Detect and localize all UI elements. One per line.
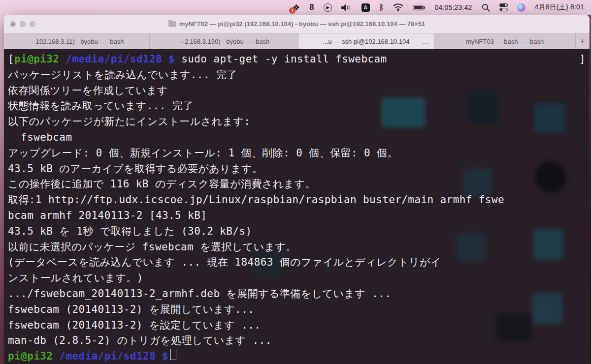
battery-icon[interactable] [413, 2, 425, 12]
proxy-folder-icon [168, 21, 176, 27]
prompt-path: /media/pi/sd128 [59, 349, 156, 364]
new-tab-button[interactable]: + [576, 33, 590, 49]
figure-8-app-icon[interactable]: 8 [309, 2, 314, 12]
terminal-line: .../fswebcam_20140113-2_armhf.deb を展開する準… [8, 286, 587, 302]
prompt-path: /media/pi/sd128 [66, 52, 162, 67]
terminal-line: 以下のパッケージが新たにインストールされます: [8, 114, 587, 130]
terminal-line: 状態情報を読み取っています... 完了 [8, 98, 587, 114]
siri-icon[interactable] [517, 2, 525, 12]
tab-overflow-icon[interactable]: ... [422, 38, 429, 45]
tab-1[interactable]: ···192.168.3.11) - byobu — -bash [4, 33, 150, 49]
terminal-line: 取得:1 http://ftp.udx.icscoe.jp/Linux/rasp… [8, 192, 587, 208]
wifi-icon[interactable] [393, 2, 403, 12]
prompt-user: pi@pi32 [14, 52, 59, 67]
prompt-user: pi@pi32 [8, 349, 53, 364]
terminal-line: 以前に未選択のパッケージ fswebcam を選択しています。 [8, 240, 587, 255]
terminal-line: bcam armhf 20140113-2 [43.5 kB] [8, 208, 587, 224]
menu-bar-clock[interactable]: 4月8日(土) 8:01 [535, 3, 584, 12]
terminal-line: ンストールされています。) [8, 271, 587, 286]
terminal-pane[interactable]: [pi@pi32 /media/pi/sd128 $ sudo apt-get … [4, 49, 590, 364]
play-circle-icon[interactable]: ▶ [324, 2, 332, 12]
terminal-line: パッケージリストを読み込んでいます... 完了 [8, 67, 587, 83]
terminal-line: man-db (2.8.5-2) のトリガを処理しています ... [8, 333, 587, 349]
terminal-line: 43.5 kB を 1秒 で取得しました (30.2 kB/s) [8, 224, 587, 240]
terminal-line: この操作後に追加で 116 kB のディスク容量が消費されます。 [8, 177, 587, 192]
current-prompt-line: pi@pi32 /media/pi/sd128 $ [8, 349, 587, 364]
command-line: [pi@pi32 /media/pi/sd128 $ sudo apt-get … [8, 52, 587, 67]
tab-4[interactable]: myNFT03 — bash — -bash [434, 33, 576, 49]
terminal-cursor [170, 349, 176, 360]
prompt-symbol: $ [162, 349, 168, 364]
byobu-open-bracket: [ [8, 52, 14, 67]
dropbox-badge: 1 [289, 7, 296, 14]
terminal-output: [pi@pi32 /media/pi/sd128 $ sudo apt-get … [4, 49, 590, 364]
prompt-symbol: $ [168, 52, 175, 67]
command-text: sudo apt-get -y install fswebcam [181, 52, 387, 67]
input-source-icon[interactable]: A [361, 3, 370, 12]
terminal-line: fswebcam (20140113-2) を設定しています ... [8, 318, 587, 334]
tab-3-active[interactable]: ...u — ssh pi@192.168.10.104 ... [298, 33, 434, 49]
window-title: myNFT02 — pi@pi32 (192.168.10.104) - byo… [179, 20, 426, 28]
control-center-icon[interactable] [499, 2, 508, 12]
timer-display[interactable]: 04:05:23:42 [434, 3, 472, 11]
tab-bar: ···192.168.3.11) - byobu — -bash ···2.16… [4, 33, 590, 49]
volume-icon[interactable] [341, 2, 352, 12]
bluetooth-icon[interactable]: ᛒ [379, 2, 384, 12]
terminal-line: fswebcam [8, 130, 587, 146]
minimize-button[interactable] [20, 21, 26, 27]
terminal-window: myNFT02 — pi@pi32 (192.168.10.104) - byo… [4, 15, 590, 364]
terminal-line: 43.5 kB のアーカイブを取得する必要があります。 [8, 161, 587, 177]
tab-2[interactable]: ···2.168.3.190) - byobu — -bash [150, 33, 298, 49]
close-button[interactable] [10, 21, 16, 27]
zoom-button[interactable] [30, 21, 35, 27]
traffic-lights [10, 21, 35, 27]
window-title-bar[interactable]: myNFT02 — pi@pi32 (192.168.10.104) - byo… [4, 15, 590, 33]
spotlight-search-icon[interactable] [482, 2, 490, 12]
terminal-line: (データベースを読み込んでいます ... 現在 184863 個のファイルとディ… [8, 255, 587, 271]
byobu-close-bracket: ] [579, 52, 586, 67]
terminal-line: アップグレード: 0 個、新規インストール: 1 個、削除: 0 個、保留: 0… [8, 146, 587, 161]
terminal-line: fswebcam (20140113-2) を展開しています... [8, 302, 587, 318]
menu-bar: ❖ 1 8 ▶ A ᛒ 04:05:23:42 [0, 0, 591, 15]
terminal-line: 依存関係ツリーを作成しています [8, 83, 587, 99]
dropbox-icon[interactable]: ❖ 1 [293, 2, 300, 12]
